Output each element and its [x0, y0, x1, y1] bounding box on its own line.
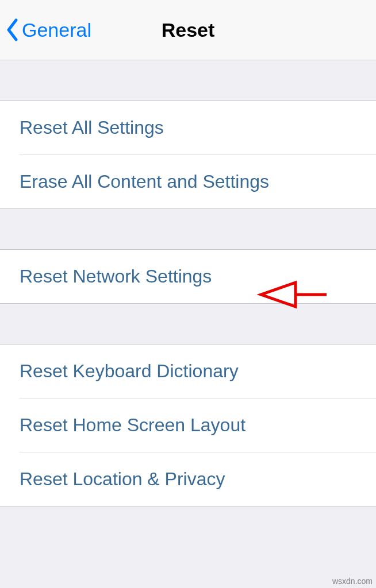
- page-title: Reset: [162, 19, 215, 41]
- reset-group-2: Reset Network Settings: [0, 249, 376, 304]
- item-label: Reset Keyboard Dictionary: [20, 361, 239, 381]
- erase-all-content-item[interactable]: Erase All Content and Settings: [0, 155, 376, 208]
- reset-group-3: Reset Keyboard Dictionary Reset Home Scr…: [0, 344, 376, 506]
- section-spacer: [0, 304, 376, 344]
- chevron-left-icon: [6, 18, 18, 41]
- item-label: Reset Location & Privacy: [20, 469, 225, 489]
- back-button[interactable]: General: [0, 18, 91, 41]
- item-label: Reset Network Settings: [20, 266, 212, 287]
- navigation-bar: General Reset: [0, 0, 376, 60]
- item-label: Reset Home Screen Layout: [20, 415, 245, 435]
- reset-all-settings-item[interactable]: Reset All Settings: [0, 101, 376, 154]
- reset-network-settings-item[interactable]: Reset Network Settings: [0, 250, 376, 303]
- item-label: Erase All Content and Settings: [20, 171, 269, 192]
- section-spacer: [0, 209, 376, 249]
- reset-group-1: Reset All Settings Erase All Content and…: [0, 100, 376, 209]
- section-spacer: [0, 60, 376, 100]
- watermark: wsxdn.com: [332, 577, 373, 586]
- item-label: Reset All Settings: [20, 117, 164, 138]
- reset-location-privacy-item[interactable]: Reset Location & Privacy: [0, 452, 376, 506]
- reset-keyboard-dictionary-item[interactable]: Reset Keyboard Dictionary: [0, 345, 376, 398]
- reset-home-screen-layout-item[interactable]: Reset Home Screen Layout: [0, 399, 376, 452]
- back-label: General: [22, 19, 91, 41]
